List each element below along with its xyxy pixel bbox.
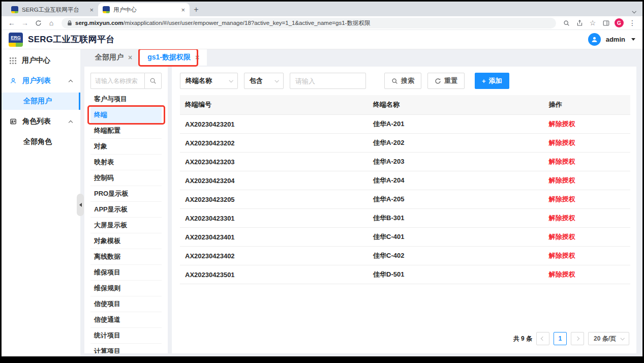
menu-search-row: [90, 73, 162, 89]
sidebar-collapse-handle[interactable]: [77, 194, 84, 216]
revoke-authorization-link[interactable]: 解除授权: [549, 270, 575, 278]
panel-menu-item[interactable]: 终端: [90, 107, 162, 123]
panel-menu-item[interactable]: 统计项目: [90, 328, 162, 344]
operator-select[interactable]: 包含: [244, 73, 284, 89]
side-panel-icon[interactable]: [600, 17, 612, 28]
panel-menu-item[interactable]: 对象模板: [90, 233, 162, 249]
terminal-code-cell: AX20230423401: [180, 228, 369, 247]
url-domain: serg.mixyun.com: [75, 20, 124, 26]
url-path: /mixapplication/#/user/user/empower_mana…: [124, 20, 371, 26]
chevron-down-icon[interactable]: [632, 6, 635, 15]
collapse-arrow-icon: [79, 203, 82, 207]
sidebar-group-label: 角色列表: [22, 117, 51, 126]
terminal-name-cell: 佳华A-204: [369, 171, 545, 190]
revoke-authorization-link[interactable]: 解除授权: [549, 139, 575, 146]
filter-value-input[interactable]: [290, 73, 366, 89]
sidebar-group-user-list[interactable]: 用户列表: [2, 71, 80, 91]
sidebar-group-label: 用户列表: [22, 76, 51, 85]
close-icon[interactable]: ×: [181, 7, 185, 13]
user-avatar-icon[interactable]: [588, 33, 601, 46]
terminal-table: 终端编号 终端名称 操作 AX20230423201佳华A-201解除授权AX2…: [180, 95, 630, 284]
terminal-name-cell: 佳华A-202: [369, 134, 545, 153]
panel-menu-item[interactable]: 大屏显示板: [90, 218, 162, 233]
revoke-authorization-link[interactable]: 解除授权: [549, 214, 575, 222]
panel-menu-item[interactable]: 映射表: [90, 155, 162, 170]
terminal-code-cell: AX20230423203: [180, 153, 369, 171]
zoom-icon[interactable]: [560, 17, 572, 28]
panel-menu-item[interactable]: 维保规则: [90, 281, 162, 296]
back-icon[interactable]: ←: [6, 17, 18, 28]
home-icon[interactable]: ⌂: [45, 17, 57, 28]
share-icon[interactable]: [573, 17, 586, 28]
user-menu-caret-icon[interactable]: [631, 38, 635, 41]
menu-search-button[interactable]: [144, 73, 162, 89]
panel-menu-item[interactable]: 控制码: [90, 170, 162, 186]
plus-icon: +: [482, 77, 486, 85]
panel-menu-item-label: 信使项目: [94, 299, 120, 309]
panels: 客户与项目终端终端配置对象映射表控制码PRO显示板APP显示板大屏显示板对象模板…: [84, 67, 636, 356]
search-button[interactable]: 搜索: [384, 73, 421, 89]
sidebar-item-all-roles[interactable]: 全部角色: [2, 133, 80, 150]
new-tab-button[interactable]: +: [190, 3, 203, 16]
close-icon[interactable]: ×: [128, 54, 132, 61]
table-row: AX20230423203佳华A-203解除授权: [180, 153, 630, 171]
panel-menu-item-label: 计算项目: [94, 347, 120, 353]
prev-page-button[interactable]: [536, 332, 549, 345]
add-button[interactable]: + 添加: [475, 73, 509, 89]
panel-menu-item[interactable]: APP显示板: [90, 202, 162, 218]
panel-menu-item-label: 对象模板: [94, 236, 120, 246]
panel-menu-item[interactable]: 维保项目: [90, 265, 162, 281]
page-size-select[interactable]: 20 条/页: [588, 332, 629, 345]
action-cell: 解除授权: [545, 153, 630, 171]
browser-tab-serg[interactable]: SERG工业互联网平台 ×: [7, 3, 98, 16]
tab-all-users[interactable]: 全部用户 ×: [87, 49, 140, 66]
terminal-code-cell: AX20230423301: [180, 209, 369, 228]
panel-menu-item[interactable]: 信使通道: [90, 312, 162, 328]
browser-tab-title: 用户中心: [113, 6, 177, 14]
panel-menu-item[interactable]: 计算项目: [90, 344, 162, 353]
terminal-name-cell: 佳华A-205: [369, 190, 545, 209]
close-icon[interactable]: ×: [89, 7, 94, 13]
sidebar-item-user-center[interactable]: 用户中心: [2, 49, 80, 71]
serg-logo: ERG: [9, 33, 23, 47]
url-bar[interactable]: serg.mixyun.com/mixapplication/#/user/us…: [62, 18, 556, 28]
browser-tab-user-center[interactable]: 用户中心 ×: [98, 3, 190, 16]
chevron-right-icon: [575, 337, 579, 341]
username-label[interactable]: admin: [606, 36, 625, 43]
next-page-button[interactable]: [571, 332, 584, 345]
bookmark-star-icon[interactable]: ☆: [587, 17, 599, 28]
page-number-button[interactable]: 1: [554, 332, 567, 345]
revoke-authorization-link[interactable]: 解除授权: [549, 233, 575, 240]
revoke-authorization-link[interactable]: 解除授权: [549, 252, 575, 259]
sidebar-group-role-list[interactable]: 角色列表: [2, 111, 80, 132]
total-count-label: 共 9 条: [513, 335, 532, 343]
revoke-authorization-link[interactable]: 解除授权: [549, 158, 575, 165]
table-row: AX20230423202佳华A-202解除授权: [180, 134, 630, 153]
revoke-authorization-link[interactable]: 解除授权: [549, 176, 575, 184]
panel-menu-item-label: 映射表: [94, 158, 114, 167]
reset-button[interactable]: 重置: [427, 73, 465, 89]
forward-icon[interactable]: →: [19, 17, 31, 28]
panel-menu-item-label: 信使通道: [94, 315, 120, 324]
panel-menu-item[interactable]: PRO显示板: [90, 186, 162, 202]
terminal-name-cell: 佳华A-203: [369, 153, 545, 171]
browser-menu-icon[interactable]: ⋮: [626, 17, 638, 28]
menu-search-input[interactable]: [90, 73, 144, 89]
lock-icon: [67, 20, 72, 26]
site-favicon: [103, 6, 110, 13]
revoke-authorization-link[interactable]: 解除授权: [549, 195, 575, 203]
panel-menu-item[interactable]: 离线数据: [90, 249, 162, 265]
panel-menu-item[interactable]: 终端配置: [90, 123, 162, 139]
panel-menu-item-label: 终端配置: [94, 126, 120, 135]
reload-icon[interactable]: [32, 17, 44, 28]
sidebar-item-all-users[interactable]: 全部用户: [2, 93, 80, 110]
panel-menu-item[interactable]: 信使项目: [90, 296, 162, 312]
panel-menu-item[interactable]: 对象: [90, 139, 162, 155]
revoke-authorization-link[interactable]: 解除授权: [549, 120, 575, 128]
field-select[interactable]: 终端名称: [180, 73, 238, 89]
close-icon[interactable]: ×: [195, 54, 199, 61]
tab-gs1-data-permission[interactable]: gs1-数据权限 ×: [140, 49, 207, 66]
panel-menu-item[interactable]: 客户与项目: [90, 92, 162, 107]
tab-label: gs1-数据权限: [147, 53, 191, 62]
chrome-profile-avatar[interactable]: G: [615, 18, 624, 27]
